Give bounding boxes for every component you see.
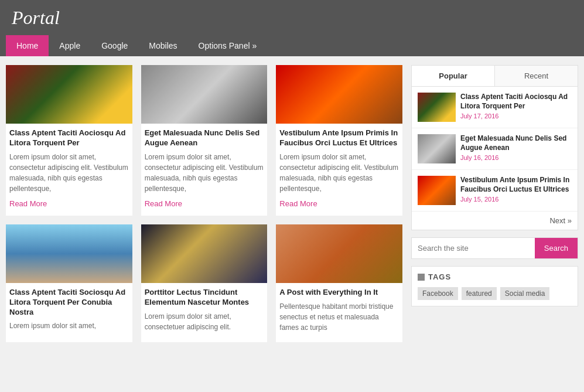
sidebar-post-info: Vestibulum Ante Ipsum Primis In Faucibus…: [460, 176, 572, 203]
post-title: Class Aptent Taciti Aociosqu Ad Litora T…: [9, 128, 129, 148]
tab-popular[interactable]: Popular: [412, 66, 495, 86]
sidebar-post-thumb: [418, 176, 456, 205]
post-card: Class Aptent Taciti Aociosqu Ad Litora T…: [6, 65, 132, 216]
search-button[interactable]: Search: [535, 238, 578, 258]
next-link[interactable]: Next »: [412, 212, 578, 230]
sidebar-post-title: Eget Malesuada Nunc Delis Sed Augue Aene…: [460, 134, 572, 152]
post-image: [141, 224, 268, 283]
post-body: Class Aptent Taciti Sociosqu Ad Litora T…: [6, 283, 132, 341]
post-card: A Post with Everything In It Pellentesqu…: [276, 224, 402, 342]
post-title: Eget Malesuada Nunc Delis Sed Augue Aene…: [145, 128, 264, 148]
nav-item-mobiles[interactable]: Mobiles: [138, 35, 187, 56]
nav-item-options[interactable]: Options Panel »: [188, 35, 268, 56]
tag-item[interactable]: Social media: [500, 287, 550, 300]
read-more-link[interactable]: Read More: [279, 199, 317, 208]
post-image: [6, 224, 132, 283]
tags-header: TAGS: [418, 272, 572, 281]
tab-content: Class Aptent Taciti Aociosqu Ad Litora T…: [412, 87, 578, 212]
header: Portal: [0, 0, 584, 35]
post-body: A Post with Everything In It Pellentesqu…: [276, 283, 402, 342]
sidebar: Popular Recent Class Aptent Taciti Aocio…: [411, 65, 578, 342]
tags-label: TAGS: [428, 272, 451, 281]
post-title: Porttitor Lectus Tincidunt Elementum Nas…: [145, 288, 264, 308]
nav-item-apple[interactable]: Apple: [49, 35, 91, 56]
main-nav: Home Apple Google Mobiles Options Panel …: [0, 35, 584, 56]
tags-container: TAGS FacebookfeaturedSocial media: [411, 266, 578, 306]
search-container: Search: [411, 237, 578, 259]
post-image: [6, 65, 132, 124]
main-container: Class Aptent Taciti Aociosqu Ad Litora T…: [0, 56, 584, 351]
post-excerpt: Lorem ipsum dolor sit amet, consectetur …: [279, 152, 399, 194]
tags-icon: [418, 274, 425, 281]
popular-recent-tabs: Popular Recent Class Aptent Taciti Aocio…: [411, 65, 578, 230]
sidebar-post-date: July 17, 2016: [460, 113, 572, 120]
sidebar-post-title: Class Aptent Taciti Aociosqu Ad Litora T…: [460, 93, 572, 111]
post-image: [141, 65, 268, 124]
post-excerpt: Pellentesque habitant morbi tristique se…: [279, 301, 399, 333]
posts-grid: Class Aptent Taciti Aociosqu Ad Litora T…: [6, 65, 402, 342]
sidebar-post-title: Vestibulum Ante Ipsum Primis In Faucibus…: [460, 176, 572, 194]
sidebar-post-thumb: [418, 93, 456, 122]
post-excerpt: Lorem ipsum dolor sit amet, consectetuer…: [145, 311, 264, 332]
post-excerpt: Lorem ipsum dolor sit amet,: [9, 321, 129, 331]
tab-recent[interactable]: Recent: [495, 66, 578, 86]
tabs-header: Popular Recent: [412, 66, 578, 87]
read-more-link[interactable]: Read More: [145, 199, 182, 208]
post-excerpt: Lorem ipsum dolor sit amet, consectetur …: [145, 152, 264, 194]
post-body: Eget Malesuada Nunc Delis Sed Augue Aene…: [141, 124, 268, 216]
post-body: Vestibulum Ante Ipsum Primis In Faucibus…: [276, 124, 402, 216]
search-input[interactable]: [412, 238, 535, 258]
post-title: A Post with Everything In It: [279, 288, 399, 298]
post-title: Vestibulum Ante Ipsum Primis In Faucibus…: [279, 128, 399, 148]
nav-item-google[interactable]: Google: [91, 35, 138, 56]
post-card: Class Aptent Taciti Sociosqu Ad Litora T…: [6, 224, 132, 342]
tag-item[interactable]: Facebook: [418, 287, 458, 300]
post-card: Vestibulum Ante Ipsum Primis In Faucibus…: [276, 65, 402, 216]
post-image: [276, 65, 402, 124]
sidebar-post-item: Class Aptent Taciti Aociosqu Ad Litora T…: [412, 87, 578, 128]
sidebar-post-item: Eget Malesuada Nunc Delis Sed Augue Aene…: [412, 128, 578, 170]
sidebar-post-item: Vestibulum Ante Ipsum Primis In Faucibus…: [412, 170, 578, 212]
read-more-link[interactable]: Read More: [9, 199, 47, 208]
site-logo: Portal: [12, 7, 60, 29]
sidebar-post-info: Class Aptent Taciti Aociosqu Ad Litora T…: [460, 93, 572, 120]
post-body: Class Aptent Taciti Aociosqu Ad Litora T…: [6, 124, 132, 216]
content-area: Class Aptent Taciti Aociosqu Ad Litora T…: [6, 65, 402, 342]
post-card: Eget Malesuada Nunc Delis Sed Augue Aene…: [141, 65, 268, 216]
sidebar-post-date: July 15, 2016: [460, 196, 572, 203]
sidebar-post-thumb: [418, 134, 456, 163]
sidebar-post-info: Eget Malesuada Nunc Delis Sed Augue Aene…: [460, 134, 572, 161]
post-title: Class Aptent Taciti Sociosqu Ad Litora T…: [9, 288, 129, 318]
sidebar-post-date: July 16, 2016: [460, 154, 572, 161]
tags-list: FacebookfeaturedSocial media: [418, 287, 572, 300]
nav-item-home[interactable]: Home: [6, 35, 49, 56]
tag-item[interactable]: featured: [462, 287, 497, 300]
post-card: Porttitor Lectus Tincidunt Elementum Nas…: [141, 224, 268, 342]
post-body: Porttitor Lectus Tincidunt Elementum Nas…: [141, 283, 268, 342]
post-image: [276, 224, 402, 283]
post-excerpt: Lorem ipsum dolor sit amet, consectetur …: [9, 152, 129, 194]
